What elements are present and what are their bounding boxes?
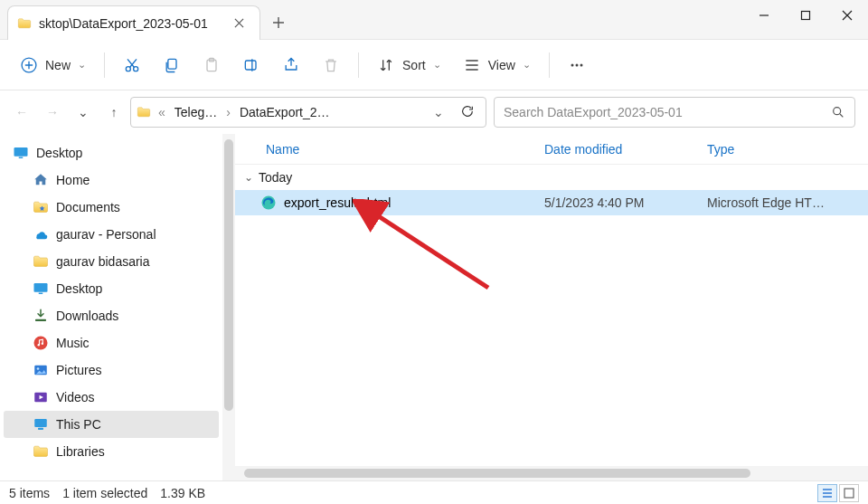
file-type: Microsoft Edge HT… — [698, 195, 843, 210]
nav-up-button[interactable]: ↑ — [105, 105, 123, 119]
new-label: New — [45, 58, 71, 72]
folder-icon — [17, 16, 32, 31]
sidebar-item-label: Videos — [56, 390, 95, 404]
sort-label: Sort — [402, 58, 426, 72]
thispc-icon — [33, 416, 49, 433]
folder-icon — [33, 443, 49, 460]
sidebar-item[interactable]: gaurav - Personal — [4, 221, 219, 248]
search-icon — [831, 105, 845, 119]
search-input[interactable] — [504, 105, 831, 119]
window-tab[interactable]: sktop\DataExport_2023-05-01 — [7, 5, 260, 40]
status-size: 1.39 KB — [160, 486, 205, 500]
home-icon — [33, 172, 49, 188]
cut-button[interactable] — [114, 47, 150, 83]
sidebar-scrollbar[interactable] — [222, 134, 235, 480]
sidebar-item[interactable]: Videos — [4, 384, 219, 411]
sidebar-item[interactable]: This PC — [4, 411, 219, 438]
nav-recent-button[interactable]: ⌄ — [74, 105, 92, 119]
desktop-icon — [33, 281, 49, 297]
view-label: View — [488, 58, 515, 72]
sidebar-item[interactable]: Music — [4, 329, 219, 357]
nav-pane: DesktopHomeDocumentsgaurav - Personalgau… — [0, 134, 235, 480]
svg-point-20 — [571, 63, 573, 66]
column-modified[interactable]: Date modified — [535, 134, 698, 164]
music-icon — [33, 335, 49, 351]
group-header[interactable]: ⌄ Today — [235, 165, 868, 190]
breadcrumb-overflow[interactable]: « — [156, 105, 167, 119]
sidebar-item[interactable]: Downloads — [4, 302, 219, 329]
sidebar-item[interactable]: Pictures — [4, 357, 219, 384]
copy-button[interactable] — [154, 47, 190, 83]
toolbar: New ⌄ Sort ⌄ View ⌄ — [0, 40, 868, 90]
sidebar-item-label: Desktop — [36, 146, 82, 160]
view-button[interactable]: View ⌄ — [454, 47, 540, 83]
breadcrumb-separator[interactable]: › — [224, 105, 232, 119]
sidebar-item[interactable]: gaurav bidasaria — [4, 248, 219, 275]
status-selected: 1 item selected — [62, 486, 147, 500]
view-toggle — [817, 484, 859, 502]
folder-icon — [33, 253, 49, 270]
title-bar: sktop\DataExport_2023-05-01 — [0, 0, 868, 40]
pictures-icon — [33, 362, 49, 378]
status-count: 5 items — [9, 486, 50, 500]
edge-icon — [260, 195, 277, 211]
sort-button[interactable]: Sort ⌄ — [368, 47, 450, 83]
tab-title: sktop\DataExport_2023-05-01 — [39, 16, 223, 31]
delete-button[interactable] — [313, 47, 349, 83]
breadcrumb-item[interactable]: DataExport_2… — [238, 105, 332, 119]
svg-rect-16 — [168, 59, 176, 69]
chevron-down-icon: ⌄ — [523, 59, 531, 71]
svg-rect-19 — [245, 61, 256, 70]
sidebar-item[interactable]: Desktop — [4, 275, 219, 302]
chevron-down-icon: ⌄ — [433, 59, 441, 71]
column-type[interactable]: Type — [698, 134, 843, 164]
nav-row: ← → ⌄ ↑ « Teleg… › DataExport_2… ⌄ — [0, 90, 868, 134]
window-controls — [743, 0, 868, 40]
sidebar-item-label: Desktop — [56, 281, 102, 296]
file-row[interactable]: export_results.html 5/1/2023 4:40 PM Mic… — [235, 190, 868, 215]
file-name: export_results.html — [284, 195, 391, 210]
nav-back-button[interactable]: ← — [13, 105, 31, 119]
breadcrumb-item[interactable]: Teleg… — [173, 105, 219, 119]
sidebar-item[interactable]: Documents — [4, 194, 219, 221]
sidebar-item[interactable]: Libraries — [4, 438, 219, 465]
sidebar-item[interactable]: Desktop — [4, 139, 219, 166]
address-dropdown[interactable]: ⌄ — [428, 105, 449, 119]
file-pane: ⌃ Name Date modified Type ⌄ Today export… — [235, 134, 868, 480]
chevron-down-icon: ⌄ — [244, 171, 253, 184]
annotation-arrow — [353, 199, 515, 308]
folder-fav-icon — [33, 199, 49, 215]
thumbnails-view-button[interactable] — [839, 484, 859, 502]
details-view-button[interactable] — [817, 484, 837, 502]
close-window-button[interactable] — [826, 0, 868, 31]
paste-button[interactable] — [193, 47, 230, 83]
sidebar-item-label: This PC — [56, 417, 101, 432]
maximize-button[interactable] — [785, 0, 826, 31]
minimize-button[interactable] — [743, 0, 785, 31]
content-scrollbar[interactable] — [235, 466, 868, 480]
svg-point-22 — [580, 63, 582, 66]
svg-rect-24 — [844, 489, 854, 498]
sidebar-item-label: Pictures — [56, 363, 102, 377]
onedrive-icon — [33, 226, 49, 242]
new-tab-button[interactable] — [260, 5, 297, 40]
sidebar-item-label: gaurav bidasaria — [56, 254, 150, 269]
sidebar-item[interactable]: Home — [4, 166, 219, 194]
folder-icon — [137, 105, 151, 119]
svg-point-23 — [834, 108, 841, 115]
refresh-button[interactable] — [455, 104, 480, 121]
sidebar-item-label: Documents — [56, 200, 120, 214]
svg-rect-12 — [802, 12, 810, 20]
more-button[interactable] — [559, 47, 595, 83]
address-bar[interactable]: « Teleg… › DataExport_2… ⌄ — [130, 97, 486, 128]
close-tab-icon[interactable] — [231, 15, 247, 32]
new-button[interactable]: New ⌄ — [11, 47, 95, 83]
rename-button[interactable] — [233, 47, 269, 83]
column-name[interactable]: Name — [257, 134, 535, 164]
main-area: DesktopHomeDocumentsgaurav - Personalgau… — [0, 134, 868, 480]
nav-forward-button[interactable]: → — [43, 105, 61, 119]
chevron-down-icon: ⌄ — [78, 59, 86, 71]
sidebar-item-label: Home — [56, 173, 90, 187]
share-button[interactable] — [273, 47, 309, 83]
search-box[interactable] — [494, 97, 855, 128]
